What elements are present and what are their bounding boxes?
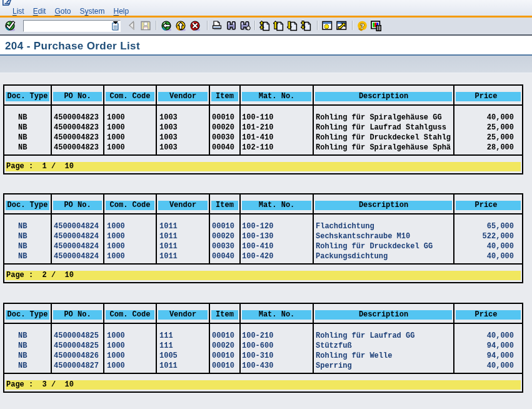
cell-com-code: 1000 <box>104 143 157 153</box>
column-header-com-code[interactable]: Com. Code <box>104 86 157 104</box>
cell-vendor: 1005 <box>157 351 210 361</box>
column-header-label: PO No. <box>53 92 102 101</box>
column-header-mat-no[interactable]: Mat. No. <box>241 304 314 323</box>
cell-vendor: 111 <box>157 331 210 341</box>
new-session-button[interactable] <box>322 21 333 31</box>
table-row[interactable]: NB45000048241000101100010100-120Flachdic… <box>4 221 522 231</box>
cell-po-no: 4500004825 <box>52 341 104 351</box>
column-header-com-code[interactable]: Com. Code <box>104 304 157 323</box>
column-divider <box>209 324 210 373</box>
column-divider <box>239 106 241 154</box>
menu-item-help[interactable]: Help <box>109 7 133 16</box>
cell-price: 65,000 <box>454 221 522 231</box>
table-row[interactable]: NB45000048241000101100030100-410Rohling … <box>4 241 522 251</box>
column-header-mat-no[interactable]: Mat. No. <box>241 86 314 104</box>
exit-button[interactable] <box>176 21 186 31</box>
back-triangle-button[interactable] <box>128 21 134 31</box>
menu-item-list[interactable]: List <box>8 7 29 16</box>
menu-item-system[interactable]: System <box>75 7 109 16</box>
column-header-price[interactable]: Price <box>454 194 522 213</box>
column-header-item[interactable]: Item <box>210 194 241 213</box>
cell-po-no: 4500004824 <box>52 241 104 251</box>
cell-doc-type: NB <box>4 341 52 351</box>
column-divider <box>156 106 157 154</box>
column-header-price[interactable]: Price <box>454 86 522 104</box>
find-next-button[interactable] <box>240 21 251 31</box>
cell-price: 40,000 <box>454 361 522 371</box>
cell-item: 00020 <box>210 231 241 241</box>
cell-mat-no: 100-210 <box>241 331 314 341</box>
next-page-button[interactable] <box>287 21 298 31</box>
cell-mat-no: 100-600 <box>241 341 314 351</box>
command-input[interactable] <box>24 21 111 31</box>
table-row[interactable]: NB45000048241000101100040100-420Packungs… <box>4 251 522 261</box>
customize-layout-button[interactable] <box>371 21 381 31</box>
window-star-icon <box>322 21 333 31</box>
title-bar: 204 - Purchase Order List <box>0 36 532 54</box>
binoculars-plus-icon <box>240 21 251 31</box>
menu-item-goto[interactable]: Goto <box>50 7 75 16</box>
table-row[interactable]: NB45000048261000100500010100-310Rohling … <box>4 351 522 361</box>
table-row[interactable]: NB45000048241000101100020100-130Sechskan… <box>4 231 522 241</box>
column-header-po-no[interactable]: PO No. <box>52 194 104 213</box>
print-button[interactable] <box>212 21 223 31</box>
column-header-item[interactable]: Item <box>210 86 241 104</box>
column-header-label: Description <box>315 201 452 210</box>
floppy-disk-icon <box>141 21 151 31</box>
column-header-vendor[interactable]: Vendor <box>157 304 210 323</box>
table-row[interactable]: NB4500004825100011100020100-600Stützfuß9… <box>4 341 522 351</box>
enter-button[interactable] <box>5 21 16 31</box>
cell-po-no: 4500004824 <box>52 251 104 261</box>
column-header-vendor[interactable]: Vendor <box>157 86 210 104</box>
last-page-button[interactable] <box>301 21 311 31</box>
table-row[interactable]: NB45000048231000100300010100-110Rohling … <box>4 113 522 123</box>
cell-doc-type: NB <box>4 331 52 341</box>
table-body: NB45000048241000101100010100-120Flachdic… <box>4 215 522 265</box>
column-header-po-no[interactable]: PO No. <box>52 86 104 104</box>
column-header-price[interactable]: Price <box>454 304 522 323</box>
menu-item-edit[interactable]: Edit <box>29 7 51 16</box>
column-header-description[interactable]: Description <box>314 194 454 213</box>
column-header-doc-type[interactable]: Doc. Type <box>4 86 52 104</box>
column-header-item[interactable]: Item <box>210 304 241 323</box>
column-header-mat-no[interactable]: Mat. No. <box>241 194 314 213</box>
help-button[interactable]: ? <box>357 21 368 31</box>
back-button[interactable] <box>161 21 172 31</box>
cell-item: 00030 <box>210 241 241 251</box>
cell-doc-type: NB <box>4 241 52 251</box>
column-header-description[interactable]: Description <box>314 304 454 323</box>
toolbar-separator <box>317 21 318 30</box>
column-header-po-no[interactable]: PO No. <box>52 304 104 323</box>
create-shortcut-button[interactable] <box>336 21 347 31</box>
yellow-up-arrow-sphere-icon <box>176 21 186 31</box>
column-header-com-code[interactable]: Com. Code <box>104 194 157 213</box>
command-field[interactable] <box>23 20 121 32</box>
command-history-icon[interactable] <box>111 21 119 31</box>
table-row[interactable]: NB4500004825100011100010100-210Rohling f… <box>4 331 522 341</box>
left-triangle-icon <box>128 21 134 30</box>
table-row[interactable]: NB45000048231000100300040102-110Rohling … <box>4 143 522 153</box>
column-divider <box>51 215 52 263</box>
cancel-button[interactable] <box>190 21 201 31</box>
column-divider <box>103 215 104 263</box>
save-button[interactable] <box>141 21 151 31</box>
table-row[interactable]: NB45000048271000101100010100-430Sperring… <box>4 361 522 371</box>
table-row[interactable]: NB45000048231000100300020101-210Rohling … <box>4 123 522 133</box>
column-header-doc-type[interactable]: Doc. Type <box>4 194 52 213</box>
cell-description: Sechskantschraube M10 <box>314 231 454 241</box>
question-mark-sphere-icon: ? <box>357 21 368 31</box>
first-page-button[interactable] <box>259 21 270 31</box>
table-row[interactable]: NB45000048231000100300030101-410Rohling … <box>4 133 522 143</box>
column-header-description[interactable]: Description <box>314 86 454 104</box>
find-button[interactable] <box>226 21 237 31</box>
column-header-vendor[interactable]: Vendor <box>157 194 210 213</box>
cell-description: Rohling für Welle <box>314 351 454 361</box>
column-header-doc-type[interactable]: Doc. Type <box>4 304 52 323</box>
cell-vendor: 111 <box>157 341 210 351</box>
cell-po-no: 4500004823 <box>52 143 104 153</box>
purchase-order-table-1: Doc. TypePO No.Com. CodeVendorItemMat. N… <box>3 84 523 174</box>
cell-price: 40,000 <box>454 331 522 341</box>
column-divider <box>156 215 157 263</box>
monitor-colors-icon <box>371 21 381 31</box>
previous-page-button[interactable] <box>273 21 284 31</box>
